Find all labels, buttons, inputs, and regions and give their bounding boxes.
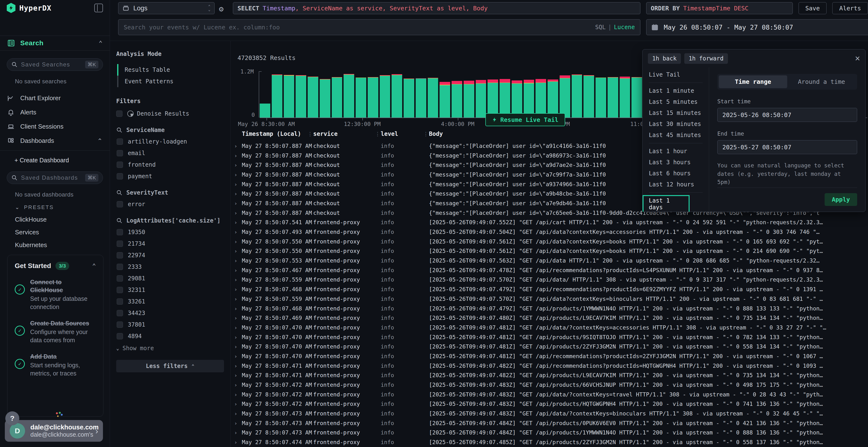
row-expand-chevron-icon[interactable]: › [234, 229, 237, 235]
histogram-bar[interactable] [512, 80, 522, 117]
table-row[interactable]: › May 27 8:50:07.468 AM frontend-proxy i… [231, 304, 868, 313]
source-select[interactable]: Logs ⌃⌄ [118, 2, 215, 14]
table-row[interactable]: › May 27 8:50:07.559 AM frontend-proxy i… [231, 275, 868, 285]
analysis-mode-event-patterns[interactable]: Event Patterns [117, 76, 224, 87]
row-expand-chevron-icon[interactable]: › [234, 363, 237, 369]
row-expand-chevron-icon[interactable]: › [234, 391, 237, 398]
table-row[interactable]: › May 27 8:50:07.473 AM frontend-proxy i… [231, 418, 868, 428]
time-preset-last-1-minute[interactable]: Last 1 minute [643, 85, 709, 96]
table-row[interactable]: › May 27 8:50:07.472 AM frontend-proxy i… [231, 399, 868, 409]
histogram-bar[interactable] [296, 75, 306, 117]
row-expand-chevron-icon[interactable]: › [234, 420, 237, 426]
row-expand-chevron-icon[interactable]: › [234, 248, 237, 254]
end-time-input[interactable]: 2025-05-27 08:50:07 [717, 140, 857, 154]
time-preset-last-6-hours[interactable]: Last 6 hours [643, 168, 709, 179]
filter-option[interactable]: payment [117, 173, 224, 180]
histogram-bar[interactable] [344, 74, 354, 117]
row-expand-chevron-icon[interactable]: › [234, 411, 237, 417]
filter-option[interactable]: 33261 [117, 298, 224, 305]
row-expand-chevron-icon[interactable]: › [234, 171, 237, 177]
histogram-bar[interactable] [416, 78, 426, 117]
row-expand-chevron-icon[interactable]: › [234, 296, 237, 302]
select-clause-input[interactable]: SELECT Timestamp , ServiceName as servic… [233, 2, 641, 14]
search-input[interactable]: Search your events w/ Lucene ex. column:… [118, 19, 641, 35]
one-hour-back-button[interactable]: 1h back [648, 53, 681, 64]
get-started-item[interactable]: ✓ Create Data Sources Configure where yo… [15, 319, 96, 344]
histogram-bar[interactable] [439, 82, 450, 117]
histogram-bar[interactable] [368, 77, 378, 117]
filter-option[interactable]: 32311 [117, 286, 224, 294]
checkbox[interactable] [117, 299, 123, 305]
chevron-up-icon[interactable]: ⌃ [97, 138, 102, 144]
filter-option[interactable]: 37801 [117, 321, 224, 328]
histogram-bar[interactable] [584, 75, 594, 117]
checkbox[interactable] [117, 252, 123, 259]
lucene-mode-toggle[interactable]: Lucene [614, 24, 635, 31]
help-button[interactable]: ? [5, 411, 19, 425]
row-expand-chevron-icon[interactable]: › [234, 382, 237, 388]
table-row[interactable]: › May 27 8:50:07.553 AM frontend-proxy i… [231, 256, 868, 265]
table-row[interactable]: › May 27 8:50:07.471 AM frontend-proxy i… [231, 361, 868, 371]
get-started-item[interactable]: ✓ Add Data Start sending logs, metrics, … [15, 353, 96, 378]
table-row[interactable]: › May 27 8:50:07.474 AM frontend-proxy i… [231, 437, 868, 447]
filter-option[interactable]: email [117, 150, 224, 157]
filter-option[interactable]: 4894 [117, 333, 224, 340]
filter-option[interactable]: error [117, 201, 224, 208]
table-row[interactable]: › May 27 8:50:07.470 AM frontend-proxy i… [231, 323, 868, 332]
row-expand-chevron-icon[interactable]: › [234, 439, 237, 445]
checkbox[interactable] [117, 241, 123, 247]
histogram-bar[interactable] [308, 77, 318, 117]
source-settings-gear-icon[interactable]: ⚙ [219, 4, 223, 13]
row-expand-chevron-icon[interactable]: › [234, 401, 237, 407]
col-service[interactable]: service [313, 131, 338, 137]
row-expand-chevron-icon[interactable]: › [234, 334, 237, 340]
sidebar-item-chart-explorer[interactable]: Chart Explorer [0, 91, 110, 105]
histogram-bar[interactable] [608, 77, 618, 117]
checkbox[interactable] [117, 229, 123, 235]
checkbox[interactable] [116, 110, 123, 117]
order-by-input[interactable]: ORDER BY TimestampTime DESC [646, 2, 793, 14]
row-expand-chevron-icon[interactable]: › [234, 429, 237, 436]
row-expand-chevron-icon[interactable]: › [234, 181, 237, 187]
row-expand-chevron-icon[interactable]: › [234, 353, 237, 359]
table-row[interactable]: › May 27 8:50:07.493 AM frontend-proxy i… [231, 227, 868, 237]
row-expand-chevron-icon[interactable]: › [234, 277, 237, 283]
checkbox[interactable] [117, 333, 123, 339]
checkbox[interactable] [117, 150, 123, 156]
search-icon[interactable] [116, 127, 123, 133]
checkbox[interactable] [117, 138, 123, 145]
time-preset-last-5-minutes[interactable]: Last 5 minutes [643, 96, 709, 107]
resume-live-tail-button[interactable]: Resume Live Tail [485, 113, 565, 126]
time-preset-last-15-minutes[interactable]: Last 15 minutes [643, 107, 709, 118]
checkbox[interactable] [117, 264, 123, 270]
alerts-button[interactable]: Alerts [832, 2, 868, 14]
histogram-bar[interactable] [595, 77, 606, 117]
table-row[interactable]: › May 27 8:50:07.550 AM frontend-proxy i… [231, 246, 868, 256]
row-expand-chevron-icon[interactable]: › [234, 219, 237, 226]
sidebar-item-alerts[interactable]: Alerts [0, 105, 110, 119]
checkbox[interactable] [117, 173, 123, 179]
table-row[interactable]: › May 27 8:50:07.467 AM frontend-proxy i… [231, 265, 868, 275]
histogram-bar[interactable] [452, 81, 462, 117]
filter-option[interactable]: frontend [117, 161, 224, 168]
apply-button[interactable]: Apply [825, 193, 857, 206]
filter-option[interactable]: artillery-loadgen [117, 138, 224, 145]
time-preset-last-45-minutes[interactable]: Last 45 minutes [643, 130, 709, 141]
row-expand-chevron-icon[interactable]: › [234, 191, 237, 197]
histogram-bar[interactable] [355, 77, 366, 117]
table-row[interactable]: › May 27 8:50:07.472 AM frontend-proxy i… [231, 380, 868, 390]
tab-time-range[interactable]: Time range [719, 75, 787, 88]
col-body[interactable]: Body [429, 131, 443, 137]
table-row[interactable]: › May 27 8:50:07.470 AM frontend-proxy i… [231, 332, 868, 342]
histogram-bar[interactable] [476, 80, 486, 117]
create-dashboard-button[interactable]: + Create Dashboard [0, 150, 110, 164]
table-row[interactable]: › May 27 8:50:07.473 AM frontend-proxy i… [231, 409, 868, 418]
table-row[interactable]: › May 27 8:50:07.473 AM frontend-proxy i… [231, 428, 868, 438]
time-preset-last-30-minutes[interactable]: Last 30 minutes [643, 118, 709, 130]
presets-toggle[interactable]: ⌄ PRESETS [15, 204, 110, 210]
saved-dashboards-input[interactable]: Saved Dashboards ⌘K [7, 171, 103, 184]
close-icon[interactable]: × [855, 54, 860, 63]
histogram-bar[interactable] [488, 79, 498, 117]
preset-link-services[interactable]: Services [15, 229, 110, 236]
table-row[interactable]: › May 27 8:50:07.470 AM frontend-proxy i… [231, 351, 868, 361]
